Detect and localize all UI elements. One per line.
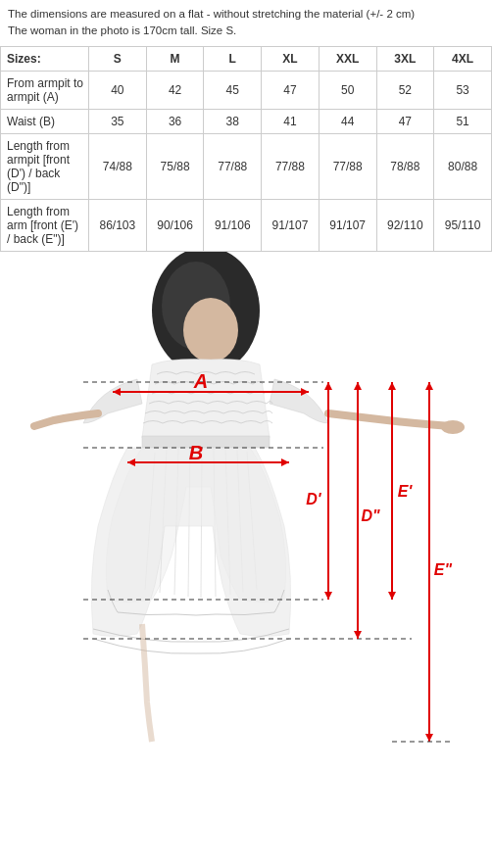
cell-value: 92/110 (376, 199, 434, 251)
table-row: Length from arm [front (E') / back (E")]… (1, 199, 492, 251)
col-header-xxl: XXL (319, 46, 376, 71)
intro-text: The dimensions are measured on a flat - … (0, 0, 492, 46)
svg-text:E": E" (434, 561, 453, 578)
cell-value: 77/88 (204, 133, 262, 199)
cell-value: 53 (434, 71, 492, 109)
col-header-l: L (204, 46, 262, 71)
col-header-m: M (146, 46, 204, 71)
col-header-4xl: 4XL (434, 46, 492, 71)
table-row: Length from armpit [front (D') / back (D… (1, 133, 492, 199)
cell-value: 42 (146, 71, 204, 109)
svg-text:D': D' (306, 491, 322, 507)
table-row: From armpit to armpit (A)40424547505253 (1, 71, 492, 109)
col-header-s: S (89, 46, 147, 71)
cell-value: 35 (89, 109, 147, 133)
cell-value: 77/88 (262, 133, 320, 199)
diagram-svg: A B D' D" E' E" (0, 252, 492, 771)
cell-value: 91/107 (262, 199, 320, 251)
cell-value: 78/88 (376, 133, 434, 199)
cell-value: 38 (204, 109, 262, 133)
table-row: Waist (B)35363841444751 (1, 109, 492, 133)
cell-value: 80/88 (434, 133, 492, 199)
intro-line1: The dimensions are measured on a flat - … (8, 8, 415, 20)
size-table: Sizes: S M L XL XXL 3XL 4XL From armpit … (0, 46, 492, 252)
svg-point-3 (183, 298, 238, 362)
row-label: From armpit to armpit (A) (1, 71, 89, 109)
row-label: Length from armpit [front (D') / back (D… (1, 133, 89, 199)
col-header-label: Sizes: (1, 46, 89, 71)
cell-value: 40 (89, 71, 147, 109)
cell-value: 36 (146, 109, 204, 133)
col-header-3xl: 3XL (376, 46, 434, 71)
svg-text:E': E' (398, 483, 414, 500)
row-label: Waist (B) (1, 109, 89, 133)
cell-value: 47 (262, 71, 320, 109)
cell-value: 91/107 (319, 199, 376, 251)
svg-text:B: B (189, 442, 203, 463)
cell-value: 77/88 (319, 133, 376, 199)
svg-point-15 (441, 420, 465, 434)
cell-value: 51 (434, 109, 492, 133)
svg-rect-5 (142, 436, 270, 448)
cell-value: 86/103 (89, 199, 147, 251)
cell-value: 47 (376, 109, 434, 133)
svg-text:D": D" (361, 507, 380, 524)
svg-text:A: A (193, 370, 208, 392)
cell-value: 91/106 (204, 199, 262, 251)
cell-value: 41 (262, 109, 320, 133)
cell-value: 52 (376, 71, 434, 109)
cell-value: 90/106 (146, 199, 204, 251)
cell-value: 44 (319, 109, 376, 133)
cell-value: 50 (319, 71, 376, 109)
intro-line2: The woman in the photo is 170cm tall. Si… (8, 24, 236, 36)
cell-value: 95/110 (434, 199, 492, 251)
diagram-area: A B D' D" E' E" (0, 252, 492, 771)
cell-value: 74/88 (89, 133, 147, 199)
cell-value: 45 (204, 71, 262, 109)
col-header-xl: XL (262, 46, 320, 71)
row-label: Length from arm [front (E') / back (E")] (1, 199, 89, 251)
cell-value: 75/88 (146, 133, 204, 199)
